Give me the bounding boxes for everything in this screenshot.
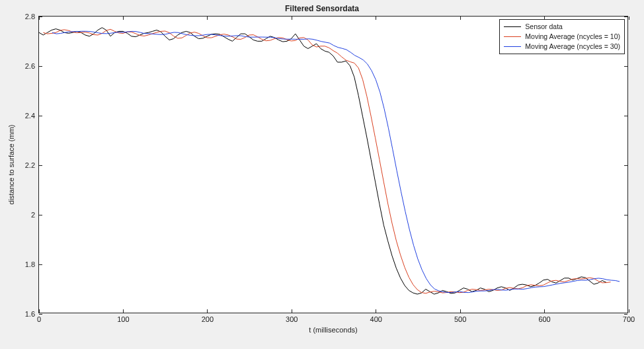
x-tick xyxy=(544,309,545,313)
series-ma30 xyxy=(52,31,620,292)
x-tick-label: 700 xyxy=(623,315,635,323)
legend-swatch xyxy=(504,26,521,27)
x-tick-label: 400 xyxy=(370,315,382,323)
x-tick xyxy=(376,17,376,20)
legend-label: Moving Average (ncycles = 30) xyxy=(525,42,620,52)
x-tick xyxy=(460,17,461,20)
x-tick xyxy=(460,309,461,313)
y-tick xyxy=(39,215,42,215)
legend-label: Moving Average (ncycles = 10) xyxy=(525,32,620,42)
y-tick-label: 2 xyxy=(31,211,35,219)
x-tick-label: 500 xyxy=(454,315,466,323)
y-tick-label: 2.4 xyxy=(25,112,35,120)
y-tick xyxy=(39,17,42,17)
x-tick xyxy=(376,309,376,313)
y-tick-label: 1.8 xyxy=(25,260,35,268)
x-tick xyxy=(292,17,292,20)
legend: Sensor data Moving Average (ncycles = 10… xyxy=(499,19,625,54)
x-tick xyxy=(544,17,545,20)
series-ma10 xyxy=(43,29,610,293)
x-tick-label: 600 xyxy=(538,315,550,323)
chart-title: Filtered Sensordata xyxy=(0,4,644,13)
y-tick-label: 2.8 xyxy=(25,13,35,20)
y-axis-label: distance to surface (mm) xyxy=(7,124,15,204)
legend-swatch xyxy=(504,46,521,47)
legend-entry: Sensor data xyxy=(504,22,620,32)
x-tick xyxy=(207,17,208,20)
y-tick xyxy=(39,314,42,315)
x-axis-label: t (milliseconds) xyxy=(309,326,357,334)
series-raw xyxy=(39,28,606,294)
y-tick xyxy=(39,66,42,67)
x-tick xyxy=(207,309,208,313)
x-tick-label: 300 xyxy=(286,315,298,323)
x-tick xyxy=(123,309,124,313)
y-tick-label: 1.6 xyxy=(25,310,35,318)
y-tick xyxy=(624,165,627,166)
y-tick xyxy=(624,116,627,116)
x-tick xyxy=(629,309,629,313)
x-tick xyxy=(39,17,40,20)
plot-area xyxy=(39,17,627,313)
legend-entry: Moving Average (ncycles = 10) xyxy=(504,32,620,42)
y-tick xyxy=(624,314,627,315)
x-tick-label: 0 xyxy=(37,315,41,323)
y-tick-label: 2.6 xyxy=(25,62,35,70)
x-tick-label: 100 xyxy=(117,315,129,323)
y-tick xyxy=(624,66,627,67)
y-tick-label: 2.2 xyxy=(25,161,35,169)
y-tick xyxy=(39,264,42,265)
x-tick xyxy=(292,309,292,313)
x-tick-label: 200 xyxy=(202,315,214,323)
y-tick xyxy=(624,17,627,17)
y-tick xyxy=(39,165,42,166)
legend-label: Sensor data xyxy=(525,22,563,32)
x-tick xyxy=(39,309,40,313)
legend-entry: Moving Average (ncycles = 30) xyxy=(504,42,620,52)
axes: Sensor data Moving Average (ncycles = 10… xyxy=(38,16,628,313)
figure: Filtered Sensordata Sensor data Moving A… xyxy=(0,0,644,349)
y-tick xyxy=(624,264,627,265)
y-tick xyxy=(39,116,42,116)
y-tick xyxy=(624,215,627,215)
legend-swatch xyxy=(504,36,521,37)
x-tick xyxy=(629,17,629,20)
x-tick xyxy=(123,17,124,20)
